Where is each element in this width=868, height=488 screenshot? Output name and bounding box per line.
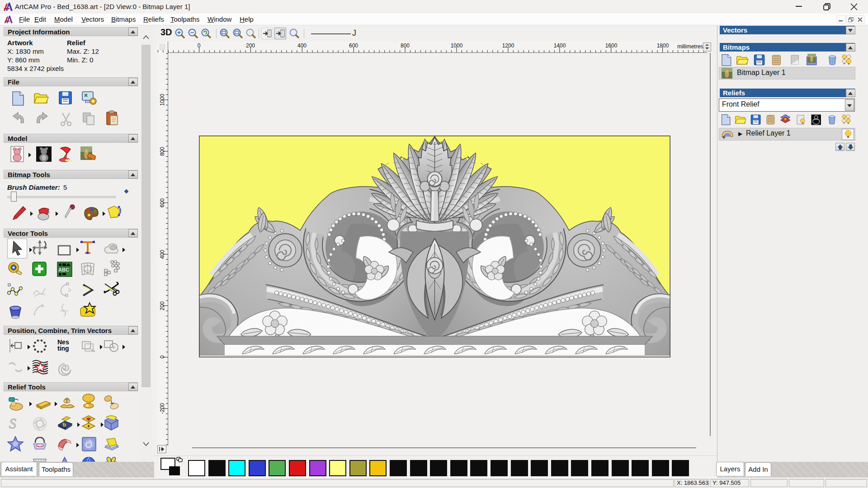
svg-text:ting: ting	[57, 345, 69, 352]
svg-text:S: S	[9, 416, 16, 432]
svg-text:ABC: ABC	[58, 267, 69, 272]
